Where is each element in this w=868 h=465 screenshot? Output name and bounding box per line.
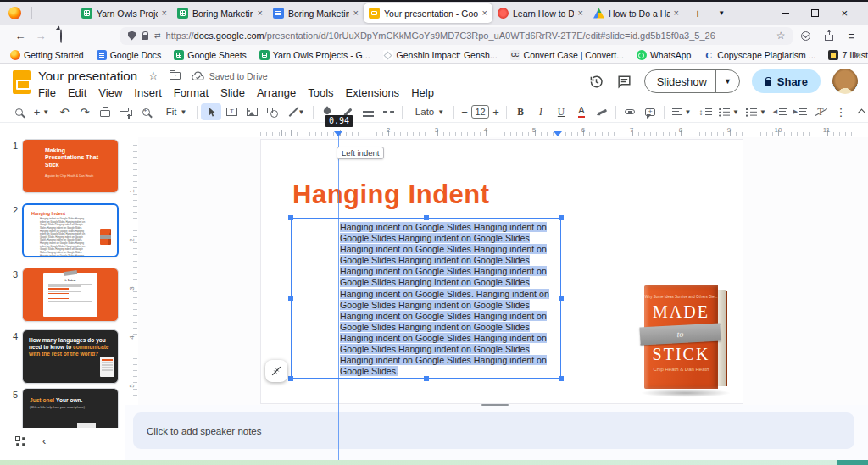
resize-handle[interactable] [559, 215, 564, 220]
bookmark-item[interactable]: Genshin Impact: Gensh... [383, 50, 498, 60]
lock-icon[interactable] [142, 35, 148, 40]
menu-item[interactable]: Arrange [251, 86, 302, 100]
avatar[interactable] [832, 69, 858, 94]
url-bar[interactable]: ⇄ https://docs.google.com/presentation/d… [120, 27, 793, 45]
forward-icon[interactable]: → [31, 30, 51, 42]
menu-item[interactable]: Format [168, 86, 214, 100]
chevron-down-icon[interactable]: ▼ [716, 77, 739, 86]
close-icon[interactable] [578, 8, 583, 18]
bookmark-item[interactable]: Google Docs [97, 50, 162, 60]
list-all-tabs-icon[interactable]: ▼ [718, 9, 725, 17]
bookmark-item[interactable]: WhatsApp [637, 50, 691, 60]
slide-canvas[interactable]: Hanging Indent Hanging indent on Google … [138, 137, 868, 405]
underline-icon[interactable]: U [551, 103, 571, 120]
hide-menus-icon[interactable] [851, 103, 868, 120]
insert-image-icon[interactable] [242, 103, 262, 120]
menu-item[interactable]: Help [405, 86, 440, 100]
bookmark-item[interactable]: Google Sheets [174, 50, 246, 60]
reload-icon[interactable] [51, 30, 71, 42]
highlight-color-icon[interactable] [592, 103, 612, 120]
resize-handle[interactable] [559, 376, 564, 381]
shield-icon[interactable] [128, 31, 136, 41]
browser-tab[interactable]: Boring Marketing Internal - [172, 3, 268, 23]
slides-logo-icon[interactable] [13, 70, 31, 94]
right-indent-marker[interactable] [554, 131, 562, 136]
maximize-icon[interactable] [811, 9, 819, 17]
zoom-icon[interactable] [136, 103, 156, 120]
font-select[interactable]: Lato▼ [406, 103, 450, 120]
decrease-indent-icon[interactable]: ◀ [770, 103, 790, 120]
share-icon[interactable] [825, 35, 833, 41]
decrease-font-icon[interactable]: − [458, 103, 471, 120]
resize-handle[interactable] [288, 376, 293, 381]
browser-tab[interactable]: Yarn Owls Projects - Google [76, 3, 172, 23]
bookmark-item[interactable]: 7 Illustrated Novels fo... [828, 50, 868, 60]
italic-icon[interactable]: I [531, 103, 551, 120]
close-window-icon[interactable]: × [841, 8, 848, 19]
slide-thumbnail-1[interactable]: Making Presentations That Stick A guide … [22, 139, 119, 193]
close-icon[interactable] [674, 8, 679, 18]
browser-tab[interactable]: Your presentation - Google [364, 3, 492, 23]
insert-line-icon[interactable]: ▼ [282, 103, 309, 120]
slide-body-text[interactable]: Hanging indent on Google Slides Hanging … [292, 219, 560, 378]
new-slide-button[interactable]: +▼ [29, 103, 54, 120]
increase-indent-icon[interactable]: ▶ [790, 103, 810, 120]
slide-thumbnail-4[interactable]: How many languages do you need to know t… [22, 329, 119, 384]
slide-thumbnail-3[interactable]: i. Intro [22, 268, 119, 322]
more-options-icon[interactable]: ⋮ [831, 103, 851, 120]
permissions-icon[interactable]: ⇄ [154, 31, 160, 40]
back-icon[interactable]: ← [10, 30, 31, 42]
slide-title[interactable]: Hanging Indent [292, 180, 490, 210]
selected-text-box[interactable]: Hanging indent on Google Slides Hanging … [291, 218, 561, 379]
grid-view-icon[interactable] [15, 436, 25, 446]
search-menus-icon[interactable] [8, 103, 29, 120]
browser-tab[interactable]: Learn How to Do Hanging I [492, 3, 588, 23]
increase-font-icon[interactable]: + [489, 103, 503, 120]
insert-link-icon[interactable] [620, 103, 640, 120]
font-size-input[interactable]: 12 [471, 103, 489, 120]
menu-item[interactable]: Tools [302, 86, 339, 100]
bookmark-item[interactable]: Copyscape Plagiarism ... [704, 50, 815, 60]
paint-format-icon[interactable] [115, 103, 136, 120]
version-history-icon[interactable] [588, 74, 604, 90]
slideshow-button[interactable]: Slideshow ▼ [644, 69, 740, 93]
undo-icon[interactable]: ↶ [54, 103, 75, 120]
line-spacing-icon[interactable]: ↕ [695, 103, 715, 120]
menu-item[interactable]: Extensions [340, 86, 406, 100]
menu-item[interactable]: View [92, 86, 128, 100]
menu-item[interactable]: Edit [62, 86, 92, 100]
bookmark-item[interactable]: Getting Started [10, 50, 84, 60]
menu-item[interactable]: Insert [128, 86, 168, 100]
clear-formatting-icon[interactable]: T [810, 103, 831, 120]
slide-thumbnail-5[interactable]: Just one! Your own. (With a little help … [22, 388, 119, 429]
star-icon[interactable]: ☆ [148, 69, 159, 82]
border-dash-icon[interactable] [378, 103, 398, 120]
close-icon[interactable] [162, 8, 167, 18]
share-button[interactable]: Share [752, 69, 821, 93]
insert-shape-icon[interactable] [262, 103, 282, 120]
bookmarks-overflow-icon[interactable]: » [854, 49, 860, 59]
bold-icon[interactable]: B [510, 103, 531, 120]
menu-icon[interactable]: ≡ [848, 30, 854, 42]
pocket-icon[interactable] [801, 31, 810, 41]
collapse-filmstrip-icon[interactable]: ‹ [42, 435, 46, 447]
redo-icon[interactable]: ↷ [75, 103, 95, 120]
border-weight-icon[interactable] [358, 103, 378, 120]
menu-item[interactable]: File [32, 86, 62, 100]
menu-item[interactable]: Slide [214, 86, 251, 100]
bookmark-item[interactable]: Yarn Owls Projects - G... [259, 50, 370, 60]
resize-handle[interactable] [288, 215, 293, 220]
select-tool[interactable] [201, 103, 221, 120]
close-icon[interactable] [258, 8, 263, 18]
slide-thumbnail-2[interactable]: Hanging Indent Hanging indent on Google … [22, 203, 119, 257]
firefox-view-icon[interactable] [8, 7, 21, 19]
add-comment-icon[interactable] [640, 103, 660, 120]
numbered-list-icon[interactable]: ▼ [743, 103, 770, 120]
resize-handle[interactable] [559, 296, 564, 301]
text-box-icon[interactable] [221, 103, 242, 120]
align-icon[interactable]: ▼ [668, 103, 695, 120]
resize-handle[interactable] [288, 296, 293, 301]
browser-tab[interactable]: Boring Marketing_How To D [268, 3, 364, 23]
close-icon[interactable] [482, 8, 487, 18]
resize-handle[interactable] [424, 376, 429, 381]
